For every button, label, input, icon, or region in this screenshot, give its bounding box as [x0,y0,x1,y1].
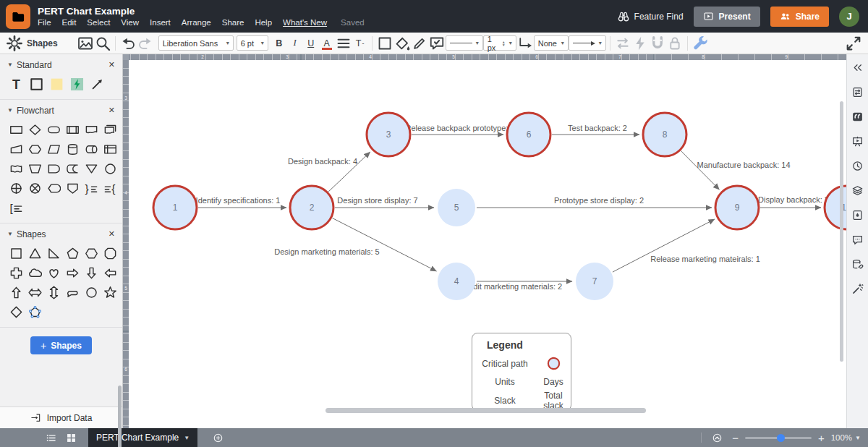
section-collapse-icon[interactable]: ▼ [7,61,13,68]
shape-right-triangle[interactable] [45,244,63,263]
shape-pentagon-selected[interactable] [26,303,44,321]
edge-label-1-2[interactable]: Identify specifications: 1 [196,196,281,205]
present-board-icon[interactable] [849,132,867,150]
section-close-icon[interactable]: ✕ [107,104,116,116]
edge-label-5-9[interactable]: Prototype store display: 2 [554,196,644,205]
document-title[interactable]: PERT Chart Example [38,6,365,17]
shape-arrow-up[interactable] [7,284,25,302]
edge-8-9[interactable] [681,151,720,190]
line-style-select[interactable] [446,35,483,51]
shape-merge[interactable] [82,160,101,178]
shape-circle[interactable] [82,284,101,302]
shape-decision[interactable] [26,121,44,139]
shape-connector[interactable] [101,160,119,178]
shape-arrow-down[interactable] [82,264,101,282]
menu-item-file[interactable]: File [38,18,51,27]
quote-card-icon[interactable] [849,108,867,125]
shape-pentagon[interactable] [64,244,82,263]
stepper-arrows-icon[interactable]: ▲▼ [502,41,506,46]
shape-heart[interactable] [45,264,63,282]
text-options-button[interactable]: T- [352,35,368,51]
edge-label-2-3[interactable]: Design backpack: 4 [288,157,357,166]
zoom-slider-thumb[interactable] [777,434,785,442]
menu-item-arrange[interactable]: Arrange [182,18,211,27]
menu-item-view[interactable]: View [121,18,139,27]
edge-label-3-6[interactable]: Release backpack prototype: 4 [405,124,514,132]
zoom-level-select[interactable]: 100% ▼ [831,433,861,442]
font-family-select[interactable]: Liberation Sans [158,35,234,51]
shape-hexagon[interactable] [82,244,101,263]
zoom-slider[interactable] [745,437,812,439]
shape-arrow-left[interactable] [101,264,119,282]
shape-note-left-brace[interactable]: { [101,179,119,197]
menu-item-what-s-new[interactable]: What's New [283,18,327,27]
doc-swap-icon[interactable] [849,83,867,101]
line-width-stepper[interactable]: 1 px▲▼ [483,35,516,51]
text-align-button[interactable] [335,35,352,52]
swap-direction-button[interactable] [614,35,631,52]
shape-process[interactable] [7,121,25,139]
edge-label-2-4[interactable]: Design marketing materials: 5 [274,247,380,256]
menu-item-edit[interactable]: Edit [62,18,77,27]
shape-sticky-note[interactable] [48,75,66,93]
connector-type-button[interactable] [516,35,534,52]
shape-arrow-diagonal[interactable] [88,75,106,93]
shape-direct-access-storage[interactable] [82,140,101,158]
menu-item-help[interactable]: Help [255,18,272,27]
bold-button[interactable]: B [271,35,287,51]
menu-item-select[interactable]: Select [87,18,110,27]
layers-icon[interactable] [849,182,867,199]
shape-database[interactable] [64,140,82,158]
magic-wand-icon[interactable] [849,280,867,297]
edge-label-9-10[interactable]: Display backpack: 2 [758,195,829,204]
app-logo[interactable] [6,4,30,29]
shape-or-junction[interactable] [7,179,25,197]
arrowhead-select[interactable] [569,35,606,51]
shape-internal-storage[interactable] [101,140,119,158]
canvas-vertical-scrollbar[interactable] [840,101,843,362]
shape-paper-tape[interactable] [7,160,25,178]
canvas[interactable]: 23456789 3456 Identify specifications: 1… [123,54,846,428]
import-data-button[interactable]: Import Data [0,406,122,428]
comments-icon[interactable] [849,231,867,248]
feature-find-button[interactable]: Feature Find [617,10,684,23]
menu-item-insert[interactable]: Insert [150,18,171,27]
zoom-fit-icon[interactable] [708,429,726,446]
shape-manual-input[interactable] [7,140,25,158]
shape-display[interactable] [45,179,63,197]
shape-square[interactable] [7,244,25,263]
shape-stored-data[interactable] [64,160,82,178]
menu-item-share[interactable]: Share [222,18,244,27]
edge-2-4[interactable] [333,218,437,271]
shape-lightning[interactable] [68,75,86,93]
redo-button[interactable] [137,35,154,52]
edge-label-4-7[interactable]: Edit marketing materials: 2 [468,282,562,291]
edge-label-2-5[interactable]: Design store display: 7 [337,196,417,205]
shape-style-button[interactable] [376,35,393,52]
shape-octagon[interactable] [101,244,119,263]
section-collapse-icon[interactable]: ▼ [7,107,13,114]
share-button[interactable]: Share [770,7,829,27]
shape-document[interactable] [82,121,101,139]
shape-rectangle[interactable] [27,75,46,93]
shape-callout[interactable] [64,284,82,302]
add-shapes-button[interactable]: + Shapes [30,336,92,354]
shape-diamond[interactable] [7,303,25,321]
shape-data[interactable] [45,140,63,158]
insert-image-button[interactable] [77,35,94,52]
shapes-panel-icon[interactable] [6,35,23,52]
shape-summing-junction[interactable] [26,179,44,197]
section-collapse-icon[interactable]: ▼ [7,231,13,237]
section-close-icon[interactable]: ✕ [107,228,116,240]
shape-cross[interactable] [7,264,25,282]
line-endpoint-select[interactable]: None [534,35,569,51]
page-list-icon[interactable] [42,429,59,446]
edge-label-6-8[interactable]: Test backpack: 2 [568,124,627,132]
present-button[interactable]: Present [694,7,760,27]
theme-icon[interactable] [849,206,867,224]
legend-box[interactable]: Legend Critical path Units Days Slack To… [472,333,571,411]
fullscreen-button[interactable] [845,35,862,52]
comment-button[interactable] [428,35,446,52]
italic-button[interactable]: I [287,35,303,51]
underline-button[interactable]: U [303,35,319,51]
